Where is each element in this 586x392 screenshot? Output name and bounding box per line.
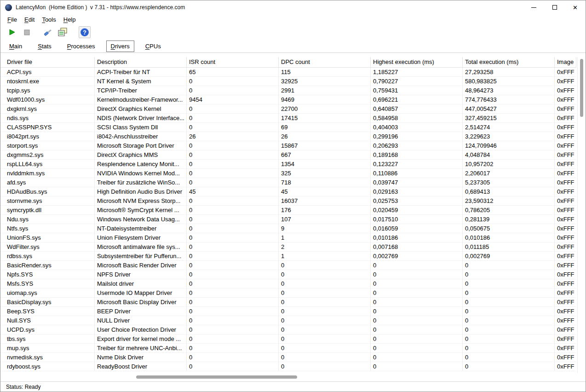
table-row[interactable]: Npfs.SYSNPFS Driver00000xFFF <box>0 270 576 279</box>
tab-cpus[interactable]: CPUs <box>141 40 166 52</box>
tools-icon <box>43 27 53 37</box>
tab-stats[interactable]: Stats <box>33 40 56 52</box>
table-row[interactable]: ndis.sysNDIS (Network Driver Interface..… <box>0 114 576 123</box>
tools-button[interactable] <box>42 26 54 38</box>
status-text: Status: Ready <box>6 384 40 390</box>
maximize-button[interactable] <box>544 0 565 14</box>
menu-item-file[interactable]: File <box>4 15 21 24</box>
cell: 0 <box>279 279 371 288</box>
table-row[interactable]: storport.sysMicrosoft Storage Port Drive… <box>0 141 576 150</box>
table-row[interactable]: i8042prt.sysi8042-Anschlusstreiber26260,… <box>0 132 576 141</box>
table-row[interactable]: Ndu.sysWindows Network Data Usag...01070… <box>0 215 576 224</box>
table-row[interactable]: rdyboost.sysReadyBoost Driver00000xFFF <box>0 362 576 371</box>
table-row[interactable]: UCPD.sysUser Choice Protection Driver000… <box>0 325 576 334</box>
help-button[interactable]: ? <box>79 26 91 38</box>
table-row[interactable]: dxgmms2.sysDirectX Graphics MMS06670,189… <box>0 150 576 160</box>
menu-item-help[interactable]: Help <box>60 15 80 24</box>
table-row[interactable]: afd.sysTreiber für zusätzliche WinSo...0… <box>0 178 576 187</box>
table-row[interactable]: nvlddmkm.sysNVIDIA Windows Kernel Mod...… <box>0 169 576 178</box>
table-row[interactable]: mup.sysTreiber für mehrere UNC-Anbi...00… <box>0 344 576 353</box>
vertical-scrollbar[interactable] <box>577 57 585 373</box>
cell: 48,964273 <box>463 86 555 95</box>
table-row[interactable]: HDAudBus.sysHigh Definition Audio Bus Dr… <box>0 187 576 196</box>
table-row[interactable]: UnionFS.sysUnion Filesystem Driver010,01… <box>0 233 576 242</box>
cell: 10,957202 <box>463 160 555 168</box>
table-row[interactable]: uiomap.sysUsermode IO Mapper Driver00000… <box>0 288 576 298</box>
table-row[interactable]: Null.SYSNULL Driver00000xFFF <box>0 316 576 325</box>
cell: 2,514274 <box>463 123 555 132</box>
cell: Null.SYS <box>0 316 95 325</box>
vertical-scrollbar-thumb[interactable] <box>580 59 583 117</box>
horizontal-scrollbar-thumb[interactable] <box>136 375 297 379</box>
cell: 0,050675 <box>463 224 555 233</box>
table-row[interactable]: tbs.sysExport driver for kernel mode ...… <box>0 334 576 344</box>
cell: DirectX Graphics Kernel <box>95 104 187 113</box>
start-monitor-button[interactable] <box>6 26 18 38</box>
table-row[interactable]: symcryptk.dllMicrosoft® SymCrypt Kernel … <box>0 206 576 215</box>
cell: 0,010186 <box>463 233 555 242</box>
horizontal-scrollbar[interactable] <box>0 374 576 380</box>
cell: 0xFFF <box>555 77 576 86</box>
play-icon <box>9 29 15 35</box>
cell: 0,123227 <box>371 160 463 168</box>
cell: 0 <box>187 362 279 371</box>
cell: 32925 <box>279 77 371 86</box>
cell: 0,786205 <box>463 206 555 214</box>
cell: storport.sys <box>0 141 95 150</box>
cell: tcpip.sys <box>0 86 95 95</box>
cell: 15867 <box>279 141 371 150</box>
table-row[interactable]: BasicRender.sysMicrosoft Basic Render Dr… <box>0 261 576 270</box>
menu-item-edit[interactable]: Edit <box>21 15 38 24</box>
table-row[interactable]: rspLLL64.sysResplendence Latency Monit..… <box>0 160 576 169</box>
tab-main[interactable]: Main <box>5 40 27 52</box>
table-row[interactable]: dxgkrnl.sysDirectX Graphics Kernel022700… <box>0 104 576 114</box>
table-row[interactable]: tcpip.sysTCP/IP-Treiber029910,75943148,9… <box>0 86 576 95</box>
cell: 0,689413 <box>463 187 555 196</box>
cell: 0,007168 <box>371 242 463 251</box>
cell: 69 <box>279 123 371 132</box>
drivers-table: Driver fileDescriptionISR countDPC count… <box>0 57 576 373</box>
table-row[interactable]: Beep.SYSBEEP Driver00000xFFF <box>0 307 576 316</box>
column-header-driver-file[interactable]: Driver file <box>0 57 95 67</box>
cell: 0 <box>279 353 371 362</box>
app-icon <box>5 4 12 11</box>
table-row[interactable]: Wdf01000.sysKernelmodustreiber-Framewor.… <box>0 95 576 104</box>
close-button[interactable]: ✕ <box>565 0 586 14</box>
table-row[interactable]: stornvme.sysMicrosoft NVM Express Storp.… <box>0 196 576 206</box>
cell: 0 <box>187 242 279 251</box>
column-header-description[interactable]: Description <box>95 57 187 67</box>
cell: 0xFFF <box>555 261 576 270</box>
cell: mup.sys <box>0 344 95 352</box>
cell: 0 <box>279 288 371 297</box>
column-header-image[interactable]: Image <box>555 57 576 67</box>
table-row[interactable]: ntoskrnl.exeNT Kernel & System0329250,79… <box>0 77 576 86</box>
cell: Ntfs.sys <box>0 224 95 233</box>
tab-processes[interactable]: Processes <box>63 40 100 52</box>
cell: 0 <box>463 334 555 343</box>
table-row[interactable]: ACPI.sysACPI-Treiber für NT651151,185227… <box>0 68 576 77</box>
table-row[interactable]: nvmedisk.sysNvme Disk Driver00000xFFF <box>0 353 576 362</box>
cell: Export driver for kernel mode ... <box>95 334 187 343</box>
minimize-button[interactable] <box>523 0 544 14</box>
cell: 107 <box>279 215 371 224</box>
tab-drivers[interactable]: Drivers <box>106 40 134 52</box>
column-header-isr-count[interactable]: ISR count <box>187 57 279 67</box>
cell: 0 <box>187 252 279 260</box>
column-header-highest-execution-ms[interactable]: Highest execution (ms) <box>371 57 463 67</box>
column-header-total-execution-ms[interactable]: Total execution (ms) <box>463 57 555 67</box>
table-row[interactable]: BasicDisplay.sysMicrosoft Basic Display … <box>0 298 576 307</box>
table-row[interactable]: Ntfs.sysNT-Dateisystemtreiber090,0160590… <box>0 224 576 233</box>
column-header-dpc-count[interactable]: DPC count <box>279 57 371 67</box>
cell: 0xFFF <box>555 344 576 352</box>
stop-monitor-button[interactable] <box>21 26 33 38</box>
cell: 0 <box>279 316 371 325</box>
table-row[interactable]: rdbss.sysSubsystemtreiber für Pufferun..… <box>0 252 576 261</box>
report-button[interactable] <box>57 26 69 38</box>
cell: 0,696221 <box>371 95 463 104</box>
table-row[interactable]: Msfs.SYSMailslot driver00000xFFF <box>0 279 576 288</box>
stop-icon <box>24 29 30 35</box>
table-row[interactable]: CLASSPNP.SYSSCSI Class System Dll0690,40… <box>0 123 576 132</box>
menu-item-tools[interactable]: Tools <box>38 15 59 24</box>
cell: NT Kernel & System <box>95 77 187 86</box>
table-row[interactable]: WdFilter.sysMicrosoft antimalware file s… <box>0 242 576 252</box>
